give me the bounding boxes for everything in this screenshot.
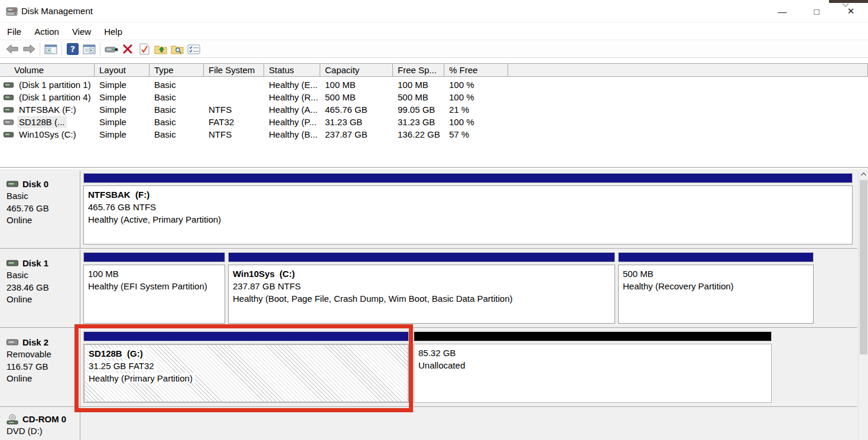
- disk-icon: [6, 181, 18, 187]
- menu-file[interactable]: File: [7, 23, 28, 40]
- disk2-label[interactable]: Disk 2 Removable 116.57 GB Online: [1, 329, 80, 406]
- volume-row-selected[interactable]: SD128B (... Simple Basic FAT32 Healthy (…: [0, 116, 868, 128]
- vertical-scrollbar[interactable]: [858, 169, 868, 440]
- column-header-volume[interactable]: Volume: [0, 64, 95, 76]
- cdrom-label[interactable]: CD-ROM 0 DVD (D:): [1, 407, 80, 440]
- close-button[interactable]: ✕: [834, 0, 868, 22]
- column-header-capacity[interactable]: Capacity: [320, 64, 393, 76]
- partition-efi[interactable]: 100 MB Healthy (EFI System Partition): [83, 252, 225, 326]
- disk-management-icon: [6, 6, 18, 17]
- partition-ntfsbak[interactable]: NTFSBAK (F:) 465.76 GB NTFS Healthy (Act…: [83, 173, 853, 247]
- disk-icon: [6, 339, 18, 346]
- check-document-icon[interactable]: [136, 42, 152, 56]
- volume-drive-icon: [4, 107, 14, 113]
- svg-text:?: ?: [70, 44, 75, 54]
- volume-row[interactable]: Win10Sys (C:) Simple Basic NTFS Healthy …: [0, 128, 868, 141]
- back-icon[interactable]: [4, 42, 21, 56]
- disk0-label[interactable]: Disk 0 Basic 465.76 GB Online: [1, 171, 80, 248]
- action-pane-icon[interactable]: [81, 42, 97, 56]
- help-icon[interactable]: ?: [64, 42, 81, 56]
- disk2-row: Disk 2 Removable 116.57 GB Online SD128B…: [0, 329, 857, 407]
- column-header-type[interactable]: Type: [149, 64, 204, 76]
- volume-row[interactable]: (Disk 1 partition 1) Simple Basic Health…: [0, 79, 868, 91]
- toolbar-separator: [61, 43, 62, 56]
- partition-color-bar: [83, 252, 225, 262]
- volume-table-header: Volume Layout Type File System Status Ca…: [0, 63, 868, 77]
- partition-color-bar: [83, 173, 853, 183]
- column-header-free-space[interactable]: Free Sp...: [393, 64, 444, 76]
- cdrom-icon: [6, 414, 18, 425]
- partition-color-bar: [618, 252, 814, 262]
- toolbar-separator: [40, 43, 40, 56]
- column-header-filler: [508, 64, 868, 76]
- toolbar-separator: [100, 43, 100, 56]
- graphical-view-pane: Disk 0 Basic 465.76 GB Online NTFSBAK (F…: [0, 169, 868, 440]
- scrollbar-up-icon[interactable]: [859, 169, 868, 179]
- disk1-label[interactable]: Disk 1 Basic 238.46 GB Online: [1, 250, 80, 327]
- minimize-button[interactable]: —: [765, 0, 799, 22]
- disk1-row: Disk 1 Basic 238.46 GB Online 100 MB Hea…: [0, 250, 857, 328]
- folder-search-icon[interactable]: [169, 42, 186, 56]
- column-header-status[interactable]: Status: [264, 64, 320, 76]
- volume-row[interactable]: NTFSBAK (F:) Simple Basic NTFS Healthy (…: [0, 103, 868, 116]
- volume-row[interactable]: (Disk 1 partition 4) Simple Basic Health…: [0, 91, 868, 103]
- title-bar: Disk Management — □ ✕: [0, 0, 868, 22]
- volume-drive-icon: [4, 94, 14, 100]
- cdrom-row: CD-ROM 0 DVD (D:): [0, 407, 857, 440]
- partition-color-bar: [228, 252, 615, 262]
- disk-management-window: Disk Management — □ ✕ File Action View H…: [0, 0, 868, 440]
- scrollbar-thumb[interactable]: [860, 180, 867, 354]
- volume-drive-icon: [4, 119, 14, 125]
- volume-list-pane: Volume Layout Type File System Status Ca…: [0, 58, 868, 168]
- volume-drive-icon: [4, 132, 14, 138]
- disk-icon: [6, 260, 18, 266]
- partition-color-bar: [83, 331, 409, 341]
- checklist-icon[interactable]: [186, 42, 202, 56]
- menu-action[interactable]: Action: [28, 23, 66, 40]
- forward-icon[interactable]: [21, 42, 37, 56]
- disk0-row: Disk 0 Basic 465.76 GB Online NTFSBAK (F…: [0, 171, 857, 249]
- column-header-file-system[interactable]: File System: [204, 64, 264, 76]
- menu-bar: File Action View Help: [0, 23, 868, 40]
- menu-help[interactable]: Help: [97, 23, 129, 40]
- partition-sd128b-selected[interactable]: SD128B (G:) 31.25 GB FAT32 Healthy (Prim…: [83, 331, 409, 405]
- volume-drive-icon: [4, 82, 14, 88]
- column-header-pct-free[interactable]: % Free: [444, 64, 508, 76]
- chevron-down-icon: [842, 3, 849, 7]
- partition-win10sys[interactable]: Win10Sys (C:) 237.87 GB NTFS Healthy (Bo…: [228, 252, 615, 326]
- partition-unallocated[interactable]: 85.32 GB Unallocated: [414, 331, 772, 405]
- folder-up-icon[interactable]: [152, 42, 169, 56]
- delete-icon[interactable]: [119, 42, 136, 56]
- partition-recovery[interactable]: 500 MB Healthy (Recovery Partition): [618, 252, 814, 326]
- console-tree-icon[interactable]: [43, 42, 59, 56]
- window-title: Disk Management: [21, 6, 93, 16]
- toolbar: ?: [0, 41, 868, 58]
- maximize-button[interactable]: □: [799, 0, 834, 22]
- column-header-layout[interactable]: Layout: [95, 64, 149, 76]
- device-icon[interactable]: [103, 42, 119, 56]
- menu-view[interactable]: View: [66, 23, 97, 40]
- unallocated-color-bar: [414, 331, 772, 341]
